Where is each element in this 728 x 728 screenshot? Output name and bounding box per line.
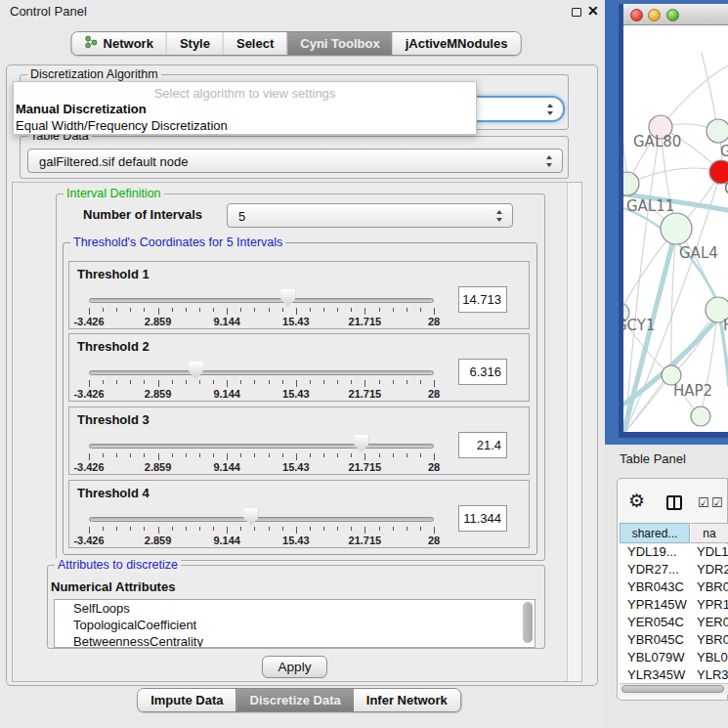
tick-mark — [351, 527, 352, 531]
vertical-scrollbar[interactable] — [567, 183, 581, 681]
tick-mark — [420, 308, 421, 312]
threshold-1-value-field[interactable]: 14.713 — [458, 286, 507, 313]
cell-shared-name: YDL19... — [627, 544, 677, 559]
tick-mark — [116, 527, 117, 531]
algorithm-option-manual-discretization[interactable]: Manual Discretization — [16, 102, 147, 116]
tick-mark — [323, 453, 324, 457]
tick-mark — [379, 453, 380, 457]
tick-mark — [407, 380, 407, 384]
attribute-item-betweennesscentrality[interactable]: BetweennessCentrality — [55, 633, 535, 648]
table-row[interactable]: YBL079WYBL0 — [620, 650, 728, 667]
numerical-attributes-list[interactable]: SelfLoopsTopologicalCoefficientBetweenne… — [54, 599, 535, 648]
tick-mark — [407, 453, 407, 457]
minimize-traffic-light[interactable] — [648, 9, 661, 21]
tick-label: 9.144 — [197, 388, 256, 400]
tick-mark — [172, 380, 173, 384]
tick-mark — [337, 380, 338, 384]
table-row[interactable]: YBR045CYBR0 — [620, 632, 728, 650]
threshold-3-slider-thumb[interactable] — [354, 435, 368, 452]
table-row[interactable]: YDR27...YDR2 — [620, 562, 728, 579]
close-icon[interactable]: ✕ — [587, 3, 599, 19]
network-node[interactable] — [661, 213, 692, 244]
bottom-tab-discretize-data[interactable]: Discretize Data — [236, 689, 354, 711]
tick-mark — [434, 308, 435, 315]
tab-network[interactable]: Network — [72, 32, 166, 55]
network-canvas[interactable]: GAL80GACGAL11GAL4GCY1HAHAP2 — [623, 25, 728, 432]
tab-jactivemnodules[interactable]: jActiveMNodules — [393, 32, 521, 55]
tick-mark — [103, 380, 104, 384]
tick-mark — [158, 308, 159, 315]
checkbox-icon[interactable]: ☑ — [698, 495, 709, 510]
tab-cyni-toolbox[interactable]: Cyni Toolbox — [286, 32, 392, 55]
tick-label: 21.715 — [335, 388, 394, 400]
threshold-4-value-field[interactable]: 11.344 — [458, 505, 507, 532]
combo-stepper-icon — [496, 210, 503, 222]
column-header-shared[interactable]: shared... — [620, 523, 690, 543]
tab-style-label: Style — [180, 36, 210, 51]
tick-mark — [213, 453, 214, 457]
network-window[interactable]: GAL80GACGAL11GAL4GCY1HAHAP2 — [619, 4, 728, 438]
attribute-item-topologicalcoefficient[interactable]: TopologicalCoefficient — [55, 617, 535, 633]
close-traffic-light[interactable] — [630, 9, 643, 21]
column-header-name[interactable]: na — [691, 523, 728, 543]
threshold-1-slider-thumb[interactable] — [280, 289, 295, 307]
network-node[interactable] — [707, 119, 728, 143]
tick-mark — [269, 380, 270, 384]
table-row[interactable]: YBR043CYBR0 — [620, 579, 728, 597]
tick-mark — [337, 527, 338, 531]
tab-style[interactable]: Style — [166, 32, 223, 55]
table-row[interactable]: YER054CYER0 — [620, 615, 728, 632]
tick-label: 9.144 — [197, 535, 256, 546]
attributes-scrollbar[interactable] — [523, 602, 533, 645]
threshold-2-slider-thumb[interactable] — [189, 362, 203, 379]
algorithm-option-equal-width-frequency-discretization[interactable]: Equal Width/Frequency Discretization — [16, 118, 228, 133]
gear-icon[interactable]: ⚙ — [628, 490, 645, 512]
table-data-combo-value: galFiltered.sif default node — [39, 153, 188, 168]
tab-cyni-toolbox-label: Cyni Toolbox — [300, 36, 379, 51]
bottom-tab-impute-data[interactable]: Impute Data — [138, 689, 236, 711]
threshold-2-value-field[interactable]: 6.316 — [458, 359, 507, 385]
table-data-combo[interactable]: galFiltered.sif default node — [27, 149, 563, 173]
tick-label: 9.144 — [197, 461, 256, 473]
tab-select[interactable]: Select — [223, 32, 286, 55]
table-row[interactable]: YLR345WYLR3 — [620, 667, 728, 683]
tick-mark — [310, 308, 311, 312]
table-row[interactable]: YDL19...YDL1 — [620, 544, 728, 562]
tick-mark — [240, 527, 241, 531]
node-label-gal11: GAL11 — [626, 197, 674, 215]
table-row[interactable]: YPR145WYPR1 — [620, 597, 728, 615]
threshold-2-slider-track[interactable] — [89, 370, 434, 375]
zoom-traffic-light[interactable] — [666, 9, 679, 21]
node-label-gcy1: GCY1 — [623, 317, 656, 334]
bottom-tab-discretize-data-label: Discretize Data — [250, 693, 341, 707]
tick-label: -3.426 — [60, 461, 118, 473]
threshold-3-value-field[interactable]: 21.4 — [458, 432, 507, 458]
threshold-4-slider-thumb[interactable] — [243, 508, 258, 526]
apply-button[interactable]: Apply — [262, 656, 327, 678]
attributes-scrollbar-thumb[interactable] — [523, 602, 533, 643]
number-of-intervals-combo[interactable]: 5 — [227, 203, 513, 228]
attribute-item-selfloops[interactable]: SelfLoops — [55, 600, 535, 617]
tick-mark — [116, 308, 117, 312]
threshold-3-slider-track[interactable] — [89, 444, 434, 449]
tick-label: 15.43 — [267, 316, 325, 327]
tick-label: 21.715 — [335, 316, 394, 327]
tick-mark — [130, 527, 131, 531]
tick-mark — [158, 380, 159, 387]
checkbox-icon[interactable]: ☑ — [711, 495, 723, 510]
horizontal-scrollbar-thumb[interactable] — [621, 685, 724, 693]
tick-mark — [323, 527, 324, 531]
interval-definition-label: Interval Definition — [64, 187, 164, 200]
network-window-titlebar[interactable] — [623, 4, 728, 25]
float-icon[interactable] — [572, 8, 581, 17]
columns-icon[interactable] — [666, 495, 682, 510]
network-node[interactable] — [623, 172, 639, 195]
threshold-2-label: Threshold 2 — [77, 339, 150, 354]
tick-label: 15.43 — [267, 535, 325, 546]
threshold-4-slider-track[interactable] — [89, 517, 434, 522]
tick-mark — [213, 527, 214, 531]
network-node[interactable] — [691, 407, 710, 426]
network-edge — [623, 102, 627, 184]
bottom-tab-infer-network[interactable]: Infer Network — [354, 689, 460, 711]
threshold-1-slider-track[interactable] — [89, 298, 434, 303]
